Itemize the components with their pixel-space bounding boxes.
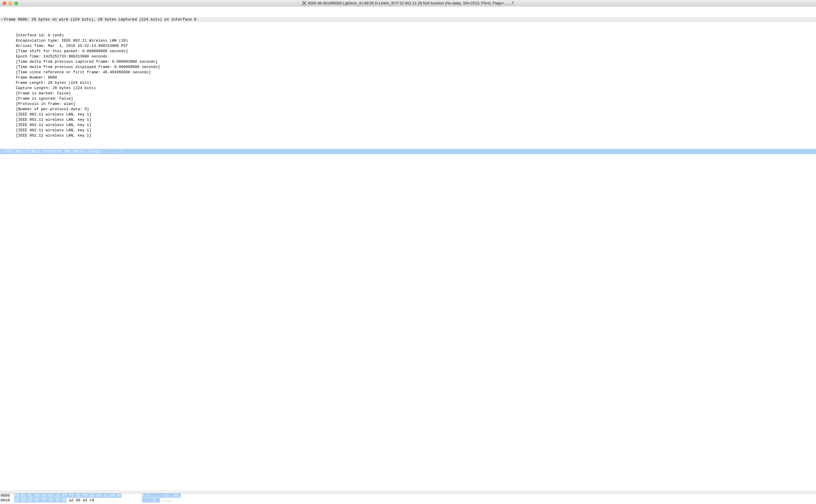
hex-row[interactable]: 0010c8 d3 a3 5f f7 32 10 9d a2 86 d3 c0.… <box>1 498 816 503</box>
frame-detail-line[interactable]: [Time since reference or first frame: 48… <box>0 70 816 75</box>
frame-detail-text: [IEEE 802.11 wireless LAN, key 1] <box>4 133 816 138</box>
frame-detail-text: Frame Length: 28 bytes (224 bits) <box>4 80 816 86</box>
frame-detail-text: [Frame is marked: False] <box>4 91 816 96</box>
close-button[interactable] <box>3 1 6 5</box>
hex-offset: 0000 <box>1 493 14 498</box>
frame-detail-line[interactable]: [IEEE 802.11 wireless LAN, key 1] <box>0 128 816 133</box>
frame-detail-line[interactable]: [IEEE 802.11 wireless LAN, key 1] <box>0 122 816 128</box>
frame-detail-text: Epoch Time: 1425252733.988313000 seconds <box>4 54 816 59</box>
frame-detail-text: [Time shift for this packet: 0.000000000… <box>4 49 816 54</box>
x11-app-icon <box>302 1 306 5</box>
frame-detail-text: [Protocols in frame: wlan] <box>4 101 816 107</box>
frame-detail-text: [Time delta from previous displayed fram… <box>4 64 816 70</box>
hex-bytes: 48 01 3c 00 c8 d3 a3 5f f7 32 f8 a9 d0 4… <box>14 493 134 498</box>
frame-detail-line[interactable]: Capture Length: 28 bytes (224 bits) <box>0 86 816 91</box>
frame-detail-line[interactable]: [Time shift for this packet: 0.000000000… <box>0 49 816 54</box>
collapse-triangle-icon[interactable] <box>0 149 4 154</box>
hex-row[interactable]: 000048 01 3c 00 c8 d3 a3 5f f7 32 f8 a9 … <box>1 493 816 498</box>
traffic-lights <box>3 1 18 5</box>
frame-detail-line[interactable]: Frame Length: 28 bytes (224 bits) <box>0 80 816 86</box>
frame-detail-line[interactable]: [Frame is marked: False] <box>0 91 816 96</box>
frame-detail-text: Capture Length: 28 bytes (224 bits) <box>4 86 816 91</box>
frame-detail-line[interactable]: [Time delta from previous displayed fram… <box>0 64 816 70</box>
frame-detail-text: Arrival Time: Mar 1, 2015 15:32:13.98831… <box>4 43 816 49</box>
frame-detail-text: [IEEE 802.11 wireless LAN, key 1] <box>4 122 816 128</box>
frame-detail-line[interactable]: [Time delta from previous captured frame… <box>0 59 816 64</box>
frame-detail-text: [Time delta from previous captured frame… <box>4 59 816 64</box>
hex-dump-pane[interactable]: 000048 01 3c 00 c8 d3 a3 5f f7 32 f8 a9 … <box>0 493 816 503</box>
zoom-button[interactable] <box>14 1 18 5</box>
pane-splitter[interactable]: . . . . . . . <box>0 491 816 493</box>
frame-detail-line[interactable]: Frame Number: 8000 <box>0 75 816 80</box>
frame-detail-text: Interface id: 0 (en0) <box>4 33 816 38</box>
frame-detail-line[interactable]: [Number of per-protocol-data: 5] <box>0 107 816 112</box>
frame-detail-text: [IEEE 802.11 wireless LAN, key 1] <box>4 128 816 133</box>
hex-ascii: ..._.2.. .... <box>142 498 171 503</box>
frame-detail-text: Frame Number: 8000 <box>4 75 816 80</box>
frame-summary: Frame 8000: 28 bytes on wire (224 bits),… <box>4 17 816 22</box>
frame-detail-text: [Frame is ignored: False] <box>4 96 816 101</box>
frame-detail-line[interactable]: Arrival Time: Mar 1, 2015 15:32:13.98831… <box>0 43 816 49</box>
frame-detail-text: [Number of per-protocol-data: 5] <box>4 107 816 112</box>
frame-detail-line[interactable]: [IEEE 802.11 wireless LAN, key 1] <box>0 117 816 122</box>
frame-detail-line[interactable]: [Protocols in frame: wlan] <box>0 101 816 107</box>
frame-detail-line[interactable]: [IEEE 802.11 wireless LAN, key 1] <box>0 133 816 138</box>
window-title-wrapper: 8000 48.491066000 LgElectr_41:68:05 D-Li… <box>0 1 816 5</box>
minimize-button[interactable] <box>8 1 12 5</box>
svg-line-2 <box>303 2 306 5</box>
wlan-tree-item[interactable]: IEEE 802.11 Null function (No data), Fla… <box>0 149 816 154</box>
frame-detail-line[interactable]: Interface id: 0 (en0) <box>0 33 816 38</box>
expand-triangle-icon[interactable] <box>0 17 4 22</box>
packet-details-pane[interactable]: Frame 8000: 28 bytes on wire (224 bits),… <box>0 6 816 491</box>
frame-detail-text: Encapsulation type: IEEE 802.11 Wireless… <box>4 38 816 43</box>
window-title: 8000 48.491066000 LgElectr_41:68:05 D-Li… <box>308 1 514 5</box>
wlan-summary: IEEE 802.11 Null function (No data), Fla… <box>4 149 816 154</box>
frame-tree-item[interactable]: Frame 8000: 28 bytes on wire (224 bits),… <box>0 17 816 22</box>
svg-line-1 <box>303 2 306 5</box>
frame-detail-text: [Time since reference or first frame: 48… <box>4 70 816 75</box>
frame-detail-line[interactable]: Encapsulation type: IEEE 802.11 Wireless… <box>0 38 816 43</box>
hex-bytes: c8 d3 a3 5f f7 32 10 9d a2 86 d3 c0 <box>14 498 134 503</box>
frame-detail-line[interactable]: Epoch Time: 1425252733.988313000 seconds <box>0 54 816 59</box>
svg-rect-0 <box>302 1 306 5</box>
frame-detail-text: [IEEE 802.11 wireless LAN, key 1] <box>4 112 816 117</box>
window-titlebar: 8000 48.491066000 LgElectr_41:68:05 D-Li… <box>0 0 816 6</box>
frame-detail-text: [IEEE 802.11 wireless LAN, key 1] <box>4 117 816 122</box>
frame-detail-line[interactable]: [Frame is ignored: False] <box>0 96 816 101</box>
hex-offset: 0010 <box>1 498 14 503</box>
hex-ascii: H.<...._ .2...Ah. <box>142 493 181 498</box>
frame-detail-line[interactable]: [IEEE 802.11 wireless LAN, key 1] <box>0 112 816 117</box>
